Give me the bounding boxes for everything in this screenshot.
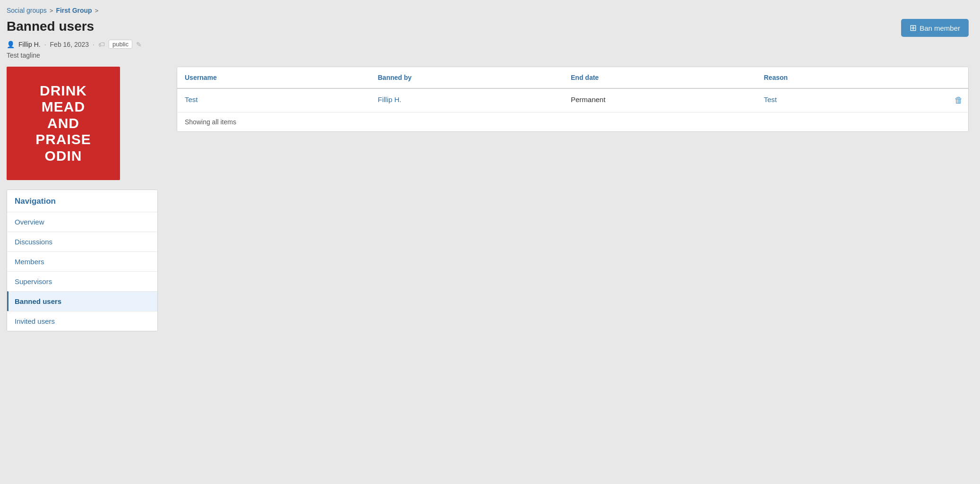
navigation-box: Navigation Overview Discussions Members … xyxy=(7,190,158,331)
breadcrumb-sep-2: > xyxy=(95,7,99,14)
main-layout: DRINKMEADANDPRAISEODIN Navigation Overvi… xyxy=(7,67,969,331)
right-column: Username Banned by End date Reason Test … xyxy=(177,67,969,132)
cell-end-date: Permanent xyxy=(563,89,756,112)
col-end-date: End date xyxy=(563,67,756,88)
breadcrumb: Social groups > First Group > xyxy=(7,7,969,14)
table-header: Username Banned by End date Reason xyxy=(177,67,968,89)
breadcrumb-sep-1: > xyxy=(50,7,53,14)
cell-reason: Test xyxy=(756,89,950,112)
author-name: Fillip H. xyxy=(18,41,41,48)
group-image-text: DRINKMEADANDPRAISEODIN xyxy=(31,78,96,169)
user-icon: 👤 xyxy=(7,41,15,48)
nav-item-supervisors[interactable]: Supervisors xyxy=(7,271,157,291)
cell-username: Test xyxy=(177,89,370,112)
nav-item-overview[interactable]: Overview xyxy=(7,212,157,232)
page-title: Banned users xyxy=(7,19,94,34)
plus-icon: ⊞ xyxy=(910,24,917,32)
nav-item-invited-users[interactable]: Invited users xyxy=(7,311,157,331)
left-column: DRINKMEADANDPRAISEODIN Navigation Overvi… xyxy=(7,67,167,331)
navigation-title: Navigation xyxy=(7,190,157,212)
col-reason: Reason xyxy=(756,67,950,88)
tag-icon: 🏷 xyxy=(98,41,105,48)
delete-ban-button[interactable]: 🗑 xyxy=(954,95,963,105)
tagline: Test tagline xyxy=(7,52,969,59)
group-image: DRINKMEADANDPRAISEODIN xyxy=(7,67,120,180)
ban-member-button[interactable]: ⊞ Ban member xyxy=(901,19,969,37)
meta-dot-1: · xyxy=(44,41,46,48)
ban-member-label: Ban member xyxy=(920,24,960,32)
nav-item-banned-users[interactable]: Banned users xyxy=(7,291,157,311)
nav-item-members[interactable]: Members xyxy=(7,251,157,271)
meta-date: Feb 16, 2023 xyxy=(50,41,89,48)
cell-delete-action: 🗑 xyxy=(949,89,968,112)
nav-item-discussions[interactable]: Discussions xyxy=(7,232,157,251)
banned-users-table: Username Banned by End date Reason Test … xyxy=(177,67,969,132)
page-header: Banned users ⊞ Ban member xyxy=(7,19,969,37)
breadcrumb-first-group[interactable]: First Group xyxy=(56,7,92,14)
breadcrumb-social-groups[interactable]: Social groups xyxy=(7,7,47,14)
edit-icon[interactable]: ✎ xyxy=(136,41,142,48)
table-row: Test Fillip H. Permanent Test 🗑 xyxy=(177,89,968,112)
visibility-badge: public xyxy=(109,40,132,49)
cell-banned-by: Fillip H. xyxy=(370,89,564,112)
table-footer: Showing all items xyxy=(177,112,968,131)
col-action xyxy=(949,67,968,88)
meta-dot-2: · xyxy=(93,41,95,48)
col-banned-by: Banned by xyxy=(370,67,564,88)
page: Social groups > First Group > Banned use… xyxy=(0,0,980,484)
meta-row: 👤 Fillip H. · Feb 16, 2023 · 🏷 public ✎ xyxy=(7,40,969,49)
col-username: Username xyxy=(177,67,370,88)
